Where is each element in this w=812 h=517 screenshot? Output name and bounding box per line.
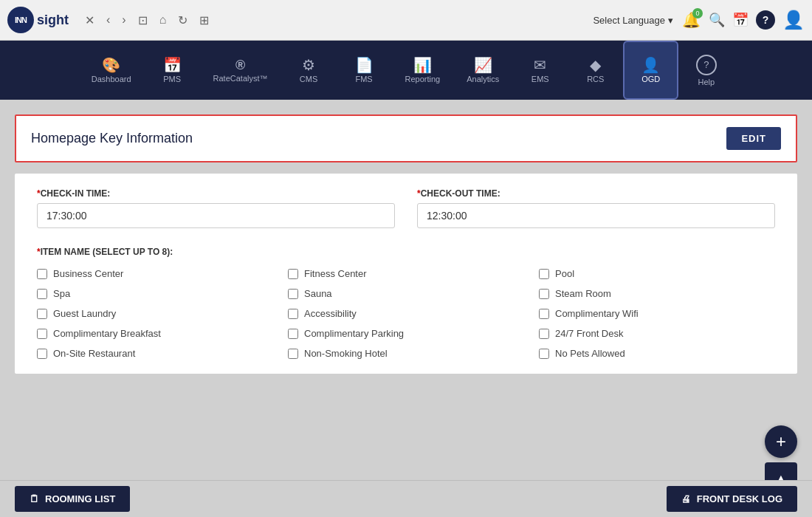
list-item[interactable]: Non-Smoking Hotel [288, 348, 524, 359]
nav-item-ems[interactable]: ✉ EMS [512, 41, 568, 100]
nav-label-ratecatalyst: RateCatalyst™ [213, 75, 268, 83]
close-icon[interactable]: ✕ [82, 10, 97, 30]
fitness-center-checkbox[interactable] [288, 269, 298, 279]
front-desk-checkbox[interactable] [539, 329, 549, 339]
guest-laundry-checkbox[interactable] [37, 309, 47, 319]
nav-label-rcs: RCS [587, 75, 604, 83]
fab-plus-button[interactable]: + [765, 425, 797, 458]
non-smoking-checkbox[interactable] [288, 349, 298, 359]
notifications-button[interactable]: 🔔 0 [681, 10, 701, 30]
spa-label: Spa [53, 288, 70, 299]
section-title: Homepage Key Information [31, 131, 193, 146]
nav-item-fms[interactable]: 📄 FMS [337, 41, 392, 100]
on-site-restaurant-label: On-Site Restaurant [53, 348, 135, 359]
nav-item-analytics[interactable]: 📈 Analytics [453, 41, 512, 100]
on-site-restaurant-checkbox[interactable] [37, 349, 47, 359]
logo-circle: INN [7, 7, 34, 33]
browser-bar: INN sight ✕ ‹ › ⊡ ⌂ ↻ ⊞ Select Language … [0, 0, 812, 41]
search-icon[interactable]: 🔍 [709, 12, 725, 28]
non-smoking-label: Non-Smoking Hotel [304, 348, 388, 359]
pool-label: Pool [555, 268, 574, 279]
checkout-label: *CHECK-OUT TIME: [417, 188, 775, 199]
nav-label-cms: CMS [300, 75, 317, 83]
nav-item-ogd[interactable]: 👤 OGD [623, 41, 678, 100]
list-item[interactable]: 24/7 Front Desk [539, 328, 775, 339]
complimentary-parking-checkbox[interactable] [288, 329, 298, 339]
rooming-list-label: ROOMING LIST [45, 493, 115, 504]
list-item[interactable]: On-Site Restaurant [37, 348, 273, 359]
rooming-list-button[interactable]: 🗒 ROOMING LIST [15, 486, 130, 512]
complimentary-parking-label: Complimentary Parking [304, 328, 404, 339]
list-item[interactable]: Complimentary Wifi [539, 308, 775, 319]
user-avatar[interactable]: 👤 [782, 10, 805, 30]
time-fields-row: *CHECK-IN TIME: *CHECK-OUT TIME: [37, 188, 775, 228]
main-content: Homepage Key Information EDIT *CHECK-IN … [0, 100, 812, 517]
list-item[interactable]: Guest Laundry [37, 308, 273, 319]
pms-icon: 📅 [163, 58, 182, 72]
key-info-section: Homepage Key Information EDIT [15, 114, 797, 162]
grid-icon[interactable]: ⊞ [196, 10, 212, 30]
cms-icon: ⚙ [302, 58, 315, 72]
front-desk-log-button[interactable]: 🖨 FRONT DESK LOG [667, 486, 797, 512]
pool-checkbox[interactable] [539, 269, 549, 279]
refresh-icon[interactable]: ↻ [175, 10, 190, 30]
list-item[interactable]: Spa [37, 288, 273, 299]
accessibility-label: Accessibility [304, 308, 357, 319]
list-item[interactable]: Complimentary Breakfast [37, 328, 273, 339]
front-desk-label: 24/7 Front Desk [555, 328, 624, 339]
accessibility-checkbox[interactable] [288, 309, 298, 319]
list-item[interactable]: Business Center [37, 268, 273, 279]
language-selector[interactable]: Select Language ▾ [593, 15, 673, 26]
bottom-action-bar: 🗒 ROOMING LIST 🖨 FRONT DESK LOG [0, 480, 812, 517]
notification-badge: 0 [692, 8, 703, 18]
nav-item-help[interactable]: ? Help [678, 41, 734, 100]
checkin-label: *CHECK-IN TIME: [37, 188, 395, 199]
list-item[interactable]: No Pets Allowed [539, 348, 775, 359]
back-icon[interactable]: ‹ [103, 10, 113, 30]
dashboard-icon: 🎨 [102, 58, 120, 72]
list-item[interactable]: Accessibility [288, 308, 524, 319]
list-item[interactable]: Steam Room [539, 288, 775, 299]
nav-item-pms[interactable]: 📅 PMS [145, 41, 200, 100]
nav-label-reporting: Reporting [405, 75, 441, 83]
list-item[interactable]: Sauna [288, 288, 524, 299]
checkin-input[interactable] [37, 203, 395, 228]
steam-room-checkbox[interactable] [539, 289, 549, 299]
nav-label-dashboard: Dashboard [92, 75, 131, 83]
edit-button[interactable]: EDIT [726, 127, 781, 150]
spa-checkbox[interactable] [37, 289, 47, 299]
language-label: Select Language [593, 15, 665, 26]
fullscreen-icon[interactable]: ⊡ [135, 10, 151, 30]
nav-item-cms[interactable]: ⚙ CMS [281, 41, 337, 100]
sauna-label: Sauna [304, 288, 332, 299]
list-item[interactable]: Fitness Center [288, 268, 524, 279]
nav-item-reporting[interactable]: 📊 Reporting [392, 41, 454, 100]
complimentary-breakfast-checkbox[interactable] [37, 329, 47, 339]
complimentary-wifi-label: Complimentary Wifi [555, 308, 639, 319]
checkout-time-field: *CHECK-OUT TIME: [417, 188, 775, 228]
nav-item-ratecatalyst[interactable]: ® RateCatalyst™ [200, 41, 281, 100]
nav-item-rcs[interactable]: ◆ RCS [568, 41, 623, 100]
ratecatalyst-icon: ® [235, 58, 245, 72]
complimentary-wifi-checkbox[interactable] [539, 309, 549, 319]
list-item[interactable]: Pool [539, 268, 775, 279]
help-icon[interactable]: ? [756, 10, 775, 30]
nav-label-help: Help [698, 78, 715, 86]
ems-icon: ✉ [534, 58, 546, 72]
logo-text: sight [37, 13, 69, 28]
logo: INN sight [7, 7, 69, 33]
fitness-center-label: Fitness Center [304, 268, 367, 279]
reporting-icon: 📊 [413, 58, 432, 72]
sauna-checkbox[interactable] [288, 289, 298, 299]
nav-item-dashboard[interactable]: 🎨 Dashboard [78, 41, 145, 100]
checkout-input[interactable] [417, 203, 775, 228]
chevron-down-icon: ▾ [668, 15, 673, 26]
business-center-checkbox[interactable] [37, 269, 47, 279]
calendar-icon[interactable]: 📅 [732, 12, 749, 28]
no-pets-checkbox[interactable] [539, 349, 549, 359]
help-nav-icon: ? [696, 55, 717, 75]
home-icon[interactable]: ⌂ [156, 10, 170, 30]
nav-label-pms: PMS [163, 75, 181, 83]
list-item[interactable]: Complimentary Parking [288, 328, 524, 339]
forward-icon[interactable]: › [119, 10, 128, 30]
